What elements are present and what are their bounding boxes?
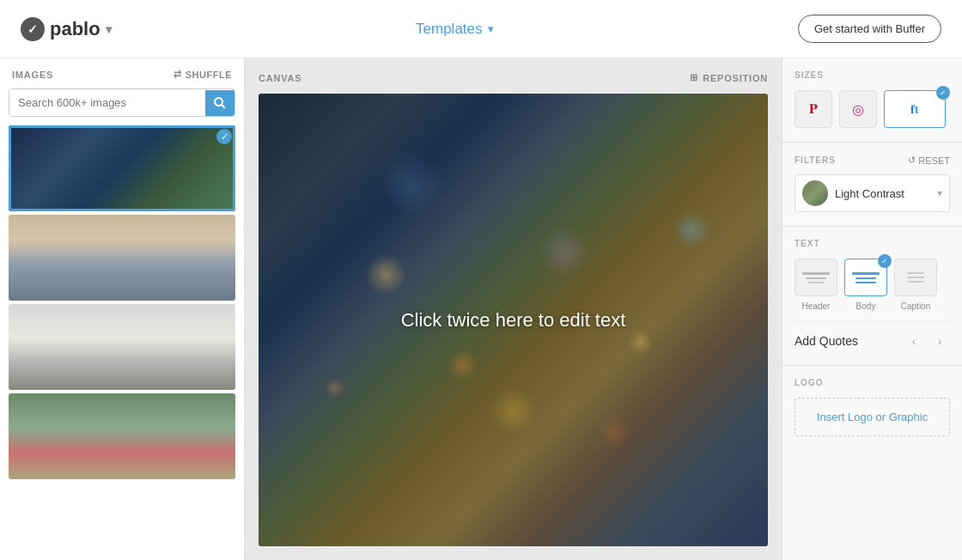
size-instagram-button[interactable]: ◎ [839, 90, 877, 128]
size-facebook-twitter-button[interactable]: ✓ 𝐟 𝐭 [884, 90, 946, 128]
images-sidebar: IMAGES ⇄ SHUFFLE ✓ [0, 58, 245, 560]
sizes-label: SIZES [795, 70, 950, 80]
shuffle-icon: ⇄ [174, 69, 182, 80]
search-icon [214, 97, 226, 109]
text-body-label: Body [856, 301, 876, 311]
size-pinterest-button[interactable]: 𝐏 [795, 90, 832, 128]
caption-line-2 [907, 277, 924, 278]
reposition-icon: ⊞ [690, 72, 698, 83]
reset-label: RESET [918, 155, 950, 166]
active-check-icon: ✓ [936, 86, 950, 100]
logo-insert-link: or Graphic [875, 411, 928, 423]
caption-line-3 [907, 281, 924, 283]
canvas-toolbar: CANVAS ⊞ REPOSITION [259, 72, 768, 83]
search-input[interactable] [9, 89, 205, 116]
reset-button[interactable]: ↺ RESET [908, 155, 950, 166]
text-body-option[interactable]: ✓ Body [844, 259, 887, 311]
mountain-image [9, 304, 235, 390]
header: ✓ pablo ▾ Templates ▾ Get started with B… [0, 0, 962, 58]
search-button[interactable] [205, 90, 234, 116]
filters-section: FILTERS ↺ RESET Light Contrast ▾ [782, 143, 962, 227]
svg-point-0 [215, 98, 222, 106]
filter-name: Light Contrast [835, 187, 930, 200]
image-thumb-mountain[interactable] [9, 304, 235, 390]
logo-section: LOGO Insert Logo or Graphic [782, 366, 962, 448]
header-line-2 [806, 277, 826, 279]
filters-header: FILTERS ↺ RESET [795, 155, 950, 166]
text-caption-box [894, 259, 937, 296]
filter-dropdown[interactable]: Light Contrast ▾ [795, 174, 950, 212]
filters-label: FILTERS [795, 155, 836, 165]
body-line-1 [852, 272, 880, 275]
text-options: Header ✓ Body [795, 259, 950, 311]
quotes-nav: ‹ › [904, 331, 950, 351]
sidebar-header: IMAGES ⇄ SHUFFLE [0, 58, 244, 88]
shuffle-label: SHUFFLE [186, 70, 232, 80]
text-section: TEXT Header ✓ [782, 227, 962, 366]
logo-text: pablo [50, 18, 100, 40]
body-active-check-icon: ✓ [878, 254, 892, 268]
filter-chevron-icon: ▾ [937, 187, 942, 199]
images-label: IMAGES [12, 70, 53, 80]
canvas-frame[interactable]: Click twice here to edit text [259, 94, 768, 546]
logo-chevron-icon: ▾ [106, 22, 112, 36]
filter-thumbnail [802, 180, 828, 206]
header-line-3 [807, 282, 825, 283]
reset-icon: ↺ [908, 155, 916, 166]
instagram-icon: ◎ [852, 101, 864, 118]
text-header-option[interactable]: Header [795, 259, 837, 311]
city-image [9, 125, 235, 211]
add-quotes-label: Add Quotes [795, 334, 858, 348]
text-caption-option[interactable]: Caption [894, 259, 937, 311]
logo-insert-before: Insert Logo [817, 411, 873, 423]
add-quotes-row: Add Quotes ‹ › [795, 321, 950, 351]
logo-insert-text: Insert Logo or Graphic [817, 411, 928, 423]
text-header-label: Header [802, 301, 831, 311]
reposition-label: REPOSITION [703, 73, 768, 83]
shuffle-button[interactable]: ⇄ SHUFFLE [174, 69, 232, 80]
logo-label: LOGO [795, 378, 950, 387]
logo[interactable]: ✓ pablo ▾ [21, 17, 112, 41]
logo-insert-button[interactable]: Insert Logo or Graphic [795, 398, 950, 436]
canvas-area: CANVAS ⊞ REPOSITION Click twice here to … [245, 58, 782, 560]
pinterest-icon: 𝐏 [809, 101, 818, 117]
svg-line-1 [222, 105, 225, 108]
header-line-1 [802, 272, 830, 275]
main-layout: IMAGES ⇄ SHUFFLE ✓ [0, 58, 962, 560]
image-thumb-pier[interactable] [9, 215, 235, 301]
body-line-3 [855, 282, 876, 283]
reposition-button[interactable]: ⊞ REPOSITION [690, 72, 768, 83]
sizes-section: SIZES 𝐏 ◎ ✓ 𝐟 𝐭 [782, 58, 962, 143]
right-panel: SIZES 𝐏 ◎ ✓ 𝐟 𝐭 FILTE [782, 58, 962, 560]
quotes-prev-button[interactable]: ‹ [904, 331, 924, 351]
sizes-row: 𝐏 ◎ ✓ 𝐟 𝐭 [795, 90, 950, 128]
image-thumb-city[interactable]: ✓ [9, 125, 235, 211]
nav-chevron-icon: ▾ [488, 22, 494, 35]
search-bar [9, 88, 235, 117]
text-body-box: ✓ [844, 259, 887, 296]
flowers-image [9, 393, 235, 479]
text-label: TEXT [795, 239, 950, 248]
text-caption-label: Caption [901, 301, 930, 311]
get-started-button[interactable]: Get started with Buffer [798, 15, 941, 43]
text-header-box [795, 259, 837, 296]
pier-image [9, 215, 235, 301]
selected-check-icon: ✓ [216, 129, 232, 144]
templates-label: Templates [416, 21, 482, 38]
logo-icon: ✓ [21, 17, 45, 41]
quotes-next-button[interactable]: › [929, 331, 950, 351]
caption-line-1 [907, 272, 924, 274]
twitter-icon: 𝐭 [915, 102, 919, 117]
body-line-2 [855, 277, 876, 279]
image-thumb-flowers[interactable] [9, 393, 235, 479]
images-grid: ✓ [0, 125, 244, 560]
templates-nav[interactable]: Templates ▾ [416, 21, 493, 38]
canvas-edit-text[interactable]: Click twice here to edit text [401, 309, 626, 332]
canvas-label: CANVAS [259, 73, 301, 83]
